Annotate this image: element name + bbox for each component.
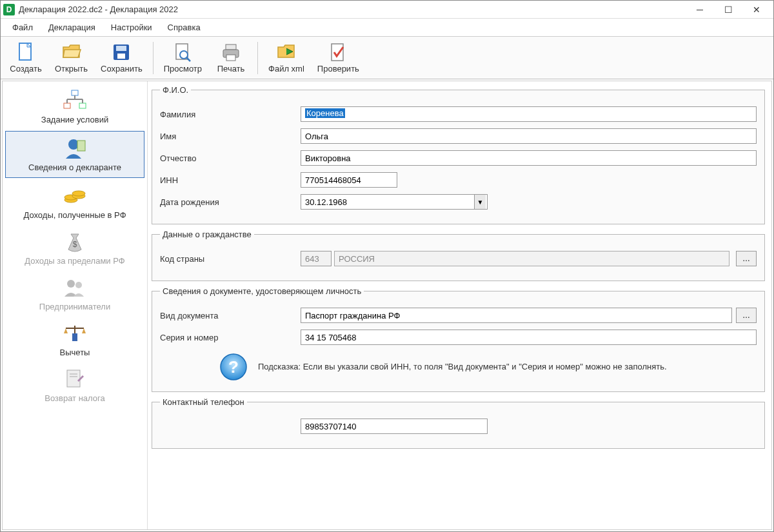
sidebar-item-income-foreign: $ Доходы за пределами РФ <box>3 225 147 271</box>
tb-file-xml-button[interactable]: Файл xml <box>262 39 311 77</box>
name-input[interactable] <box>301 128 757 144</box>
sidebar-item-deductions[interactable]: Вычеты <box>3 317 147 362</box>
sidebar-item-declarant[interactable]: Сведения о декларанте <box>5 131 144 178</box>
surname-input[interactable]: Коренева <box>301 106 757 122</box>
content-area: Задание условий Сведения о декларанте До… <box>2 81 772 530</box>
phone-input[interactable] <box>301 419 488 434</box>
sidebar-item-label: Доходы за пределами РФ <box>25 256 124 266</box>
svg-rect-28 <box>72 333 77 341</box>
chevron-down-icon[interactable]: ▼ <box>474 195 486 209</box>
citizenship-legend: Данные о гражданстве <box>160 230 254 239</box>
doc-type-browse-button[interactable]: … <box>736 308 757 323</box>
menu-help[interactable]: Справка <box>163 21 206 34</box>
window-controls: ─ ☐ ✕ <box>686 1 771 18</box>
svg-rect-11 <box>332 44 343 61</box>
inn-label: ИНН <box>160 175 301 185</box>
menubar: Файл Декларация Настройки Справка <box>1 19 773 37</box>
sidebar-item-label: Задание условий <box>41 115 108 124</box>
svg-rect-10 <box>226 55 235 61</box>
svg-point-24 <box>72 191 85 196</box>
fio-legend: Ф.И.О. <box>160 85 191 95</box>
people-icon <box>62 276 88 299</box>
doc-type-label: Вид документа <box>160 311 301 320</box>
window-title: Декларация 2022.dc2 - Декларация 2022 <box>19 5 686 14</box>
fio-fieldset: Ф.И.О. Фамилия Коренева Имя Отчество ИНН <box>152 85 765 224</box>
tb-open-button[interactable]: Открыть <box>48 39 94 77</box>
sidebar-item-label: Предприниматели <box>39 302 110 311</box>
svg-rect-4 <box>117 54 125 59</box>
tb-save-button[interactable]: Сохранить <box>94 39 149 77</box>
svg-point-26 <box>67 280 75 288</box>
svg-rect-13 <box>64 103 70 108</box>
close-button[interactable]: ✕ <box>742 1 771 18</box>
country-code-label: Код страны <box>160 254 301 264</box>
hint-text: Подсказка: Если вы указали свой ИНН, то … <box>258 362 667 373</box>
svg-rect-20 <box>77 141 85 151</box>
tb-create-button[interactable]: Создать <box>3 39 48 77</box>
maximize-button[interactable]: ☐ <box>714 1 742 18</box>
minimize-button[interactable]: ─ <box>686 1 714 18</box>
open-folder-icon <box>61 42 82 63</box>
dob-input[interactable]: 30.12.1968 ▼ <box>301 194 488 210</box>
contact-legend: Контактный телефон <box>160 397 247 407</box>
sidebar: Задание условий Сведения о декларанте До… <box>3 81 148 529</box>
scales-icon <box>62 322 88 345</box>
tb-file-xml-label: Файл xml <box>268 64 304 74</box>
patronymic-input[interactable] <box>301 150 757 166</box>
name-label: Имя <box>160 132 301 141</box>
sidebar-item-label: Возврат налога <box>45 393 104 403</box>
new-file-icon <box>15 42 36 63</box>
svg-rect-31 <box>67 370 80 387</box>
question-icon: ? <box>218 351 249 382</box>
menu-declaration[interactable]: Декларация <box>43 21 101 34</box>
svg-text:$: $ <box>73 240 77 249</box>
svg-rect-8 <box>226 44 236 50</box>
doc-series-input[interactable] <box>301 330 757 345</box>
surname-label: Фамилия <box>160 110 301 119</box>
tb-separator <box>153 42 154 74</box>
print-icon <box>221 42 241 63</box>
doc-series-label: Серия и номер <box>160 333 301 342</box>
tb-print-button[interactable]: Печать <box>208 39 253 77</box>
person-icon <box>62 137 88 160</box>
svg-text:?: ? <box>228 357 239 377</box>
tb-preview-button[interactable]: Просмотр <box>157 39 208 77</box>
tb-print-label: Печать <box>217 64 245 74</box>
dob-label: Дата рождения <box>160 197 301 207</box>
save-icon <box>111 42 132 63</box>
doc-type-input[interactable] <box>301 308 732 323</box>
sidebar-item-conditions[interactable]: Задание условий <box>3 84 147 130</box>
tb-open-label: Открыть <box>55 64 88 74</box>
app-icon: D <box>3 4 15 15</box>
country-name-input <box>334 251 729 266</box>
money-bag-icon: $ <box>62 230 88 253</box>
sidebar-item-label: Доходы, полученные в РФ <box>23 210 126 220</box>
svg-rect-12 <box>72 90 78 95</box>
sidebar-item-tax-return: Возврат налога <box>3 362 147 408</box>
tb-create-label: Создать <box>10 64 41 74</box>
toolbar: Создать Открыть Сохранить Просмотр Печат… <box>1 37 773 79</box>
tb-check-label: Проверить <box>317 64 359 74</box>
menu-settings[interactable]: Настройки <box>106 21 157 34</box>
tb-preview-label: Просмотр <box>164 64 202 74</box>
sidebar-item-label: Вычеты <box>60 348 90 357</box>
conditions-icon <box>62 89 88 112</box>
tb-separator <box>257 42 258 74</box>
svg-rect-14 <box>79 103 86 108</box>
check-icon <box>328 42 348 63</box>
export-xml-icon <box>276 42 297 63</box>
svg-rect-3 <box>116 46 126 51</box>
app-window: D Декларация 2022.dc2 - Декларация 2022 … <box>0 0 774 532</box>
inn-input[interactable] <box>301 172 397 188</box>
sidebar-item-income-rf[interactable]: Доходы, полученные в РФ <box>3 179 147 225</box>
tb-save-label: Сохранить <box>101 64 143 74</box>
coins-icon <box>62 184 88 208</box>
country-code-input <box>301 251 332 266</box>
preview-icon <box>172 42 193 63</box>
tb-check-button[interactable]: Проверить <box>311 39 366 77</box>
sidebar-item-label: Сведения о декларанте <box>28 163 121 172</box>
menu-file[interactable]: Файл <box>7 21 38 34</box>
svg-point-27 <box>75 282 82 288</box>
titlebar: D Декларация 2022.dc2 - Декларация 2022 … <box>1 1 773 19</box>
country-browse-button[interactable]: … <box>736 251 757 266</box>
